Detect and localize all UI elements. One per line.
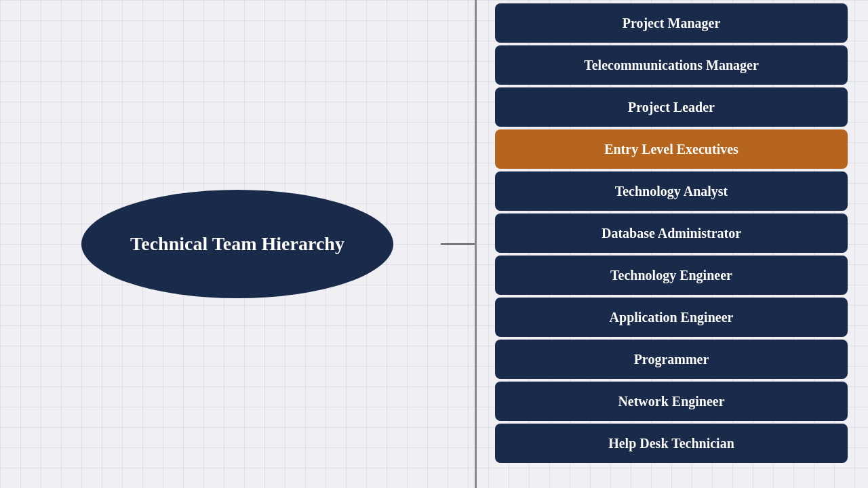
role-card-telecom-manager[interactable]: Telecommunications Manager: [495, 45, 848, 85]
role-label-telecom-manager: Telecommunications Manager: [584, 58, 759, 73]
role-card-database-administrator[interactable]: Database Administrator: [495, 214, 848, 253]
role-card-network-engineer[interactable]: Network Engineer: [495, 382, 848, 421]
role-label-technology-analyst: Technology Analyst: [615, 184, 728, 199]
role-label-help-desk-technician: Help Desk Technician: [608, 436, 734, 451]
main-container: Technical Team Hierarchy Project Manager…: [0, 0, 868, 488]
role-label-project-manager: Project Manager: [623, 16, 721, 31]
role-card-project-leader[interactable]: Project Leader: [495, 87, 848, 127]
role-label-technology-engineer: Technology Engineer: [610, 268, 732, 283]
role-label-network-engineer: Network Engineer: [618, 394, 724, 409]
center-ellipse: Technical Team Hierarchy: [81, 190, 393, 298]
role-card-project-manager[interactable]: Project Manager: [495, 3, 848, 43]
role-label-programmer: Programmer: [634, 352, 709, 367]
horizontal-connector: [441, 243, 475, 245]
right-panel: Project ManagerTelecommunications Manage…: [481, 0, 861, 488]
role-label-entry-level-executives: Entry Level Executives: [604, 142, 738, 157]
role-card-application-engineer[interactable]: Application Engineer: [495, 298, 848, 337]
left-panel: Technical Team Hierarchy: [0, 0, 475, 488]
role-label-application-engineer: Application Engineer: [610, 310, 734, 325]
role-card-technology-engineer[interactable]: Technology Engineer: [495, 256, 848, 295]
vertical-divider: [475, 0, 477, 488]
role-label-database-administrator: Database Administrator: [601, 226, 741, 241]
role-card-technology-analyst[interactable]: Technology Analyst: [495, 171, 848, 211]
role-card-programmer[interactable]: Programmer: [495, 340, 848, 379]
role-card-help-desk-technician[interactable]: Help Desk Technician: [495, 424, 848, 463]
hierarchy-title: Technical Team Hierarchy: [130, 233, 344, 255]
role-label-project-leader: Project Leader: [628, 100, 715, 115]
role-card-entry-level-executives[interactable]: Entry Level Executives: [495, 129, 848, 169]
